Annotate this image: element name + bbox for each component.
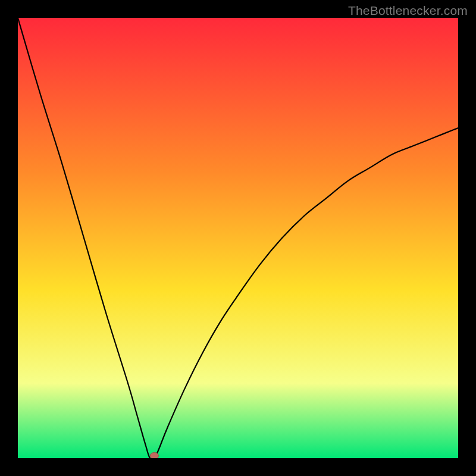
chart-container: TheBottlenecker.com: [0, 0, 476, 476]
watermark-text: TheBottlenecker.com: [348, 4, 468, 18]
optimal-point-marker: [150, 453, 158, 459]
bottleneck-chart: [18, 18, 458, 458]
plot-area: [18, 18, 458, 458]
